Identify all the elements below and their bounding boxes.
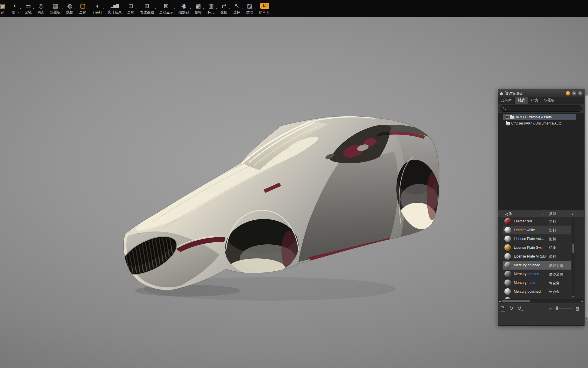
boundary-icon: ▢ (79, 1, 86, 10)
toolbar-item-region[interactable]: ▭▾区域 (22, 0, 35, 14)
material-sphere-icon (504, 218, 511, 224)
dropdown-arrow-icon[interactable]: ▾ (174, 7, 175, 10)
toolbar-item-wireframe[interactable]: ◍▾线框 (63, 0, 76, 14)
material-row-mercury-matte[interactable]: Mercury matte铬合金 (503, 278, 571, 287)
asset-manager-icon (500, 91, 503, 95)
pin-button[interactable] (566, 91, 570, 96)
scroll-left-icon[interactable]: ◀ (499, 300, 501, 303)
dropdown-arrow-icon[interactable]: ▾ (190, 7, 191, 10)
hscrollbar-thumb[interactable] (502, 300, 530, 302)
material-row-mercury-polished[interactable]: Mercury polished铬合金 (503, 287, 571, 296)
thumbnail-size-slider[interactable] (555, 308, 573, 309)
material-sphere-icon (504, 236, 511, 242)
toolbar-item-headlight[interactable]: ◖▾车头灯 (89, 0, 105, 14)
dropdown-arrow-icon[interactable]: ▾ (74, 7, 76, 10)
material-list-vscrollbar[interactable] (572, 217, 575, 294)
scroll-right-icon[interactable]: ▶ (582, 300, 583, 303)
refresh-icon[interactable]: ↻ (509, 306, 513, 311)
scroll-down-icon[interactable]: ▼ (571, 294, 575, 299)
sceneplate-icon: ▦ (52, 1, 59, 10)
toolbar-item-transform[interactable]: ⇄▾变换 (217, 0, 230, 14)
material-row-license-plate-vred[interactable]: License Plate VRED塑料 (503, 252, 571, 261)
slider-thumb[interactable] (556, 306, 558, 310)
asset-search-input[interactable] (508, 106, 580, 111)
dropdown-arrow-icon[interactable]: ▾ (33, 7, 34, 10)
material-row-leather-red[interactable]: Leather red塑料 (503, 217, 571, 226)
dropdown-arrow-icon[interactable]: ▾ (87, 7, 89, 10)
tree-item-user-documents[interactable]: C:/Users/AK47/Documents/Auto... (503, 120, 576, 126)
vscrollbar-thumb[interactable] (572, 243, 574, 253)
toolbar-item-texture[interactable]: ▨▾纹理 (243, 0, 256, 14)
dropdown-arrow-icon[interactable]: ▾ (229, 7, 230, 10)
tree-expander-icon[interactable] (506, 115, 509, 119)
material-sphere-icon (504, 227, 511, 233)
dropdown-arrow-icon[interactable]: ▾ (203, 7, 204, 10)
toolbar-item-select[interactable]: ↖▾选择 (230, 0, 243, 14)
material-sphere-icon (504, 288, 511, 295)
dropdown-arrow-icon[interactable]: ▾ (242, 7, 243, 10)
material-sphere-icon (504, 244, 511, 251)
dropdown-arrow-icon[interactable]: ▾ (216, 7, 217, 10)
toolbar-item-render-view[interactable]: ⊞▾表达视图 (137, 0, 157, 14)
toolbar-item-show-all[interactable]: ⊠▾全部显示 (157, 0, 176, 14)
statistics-icon: ▂▅▇ (111, 1, 119, 10)
zoom-out-icon: ◐ (11, 1, 19, 10)
texture-icon: ▨ (246, 1, 254, 10)
refresh-all-icon[interactable]: ↺ (517, 306, 521, 311)
sort-dropdown-icon[interactable]: ▾ (542, 213, 543, 215)
list-view-icon[interactable]: ≡ (549, 306, 552, 311)
ruler-icon: ▥ (207, 1, 215, 10)
folder-icon (506, 122, 510, 125)
column-type[interactable]: 类型 (549, 212, 556, 217)
material-list-header: 材质 ▾ 类型 ▲ (498, 210, 584, 217)
toolbar-item-sceneplate[interactable]: ▦▾场景板 (47, 0, 63, 14)
asset-manager-titlebar[interactable]: 资源管理器 → × (498, 89, 584, 97)
folder-icon (510, 116, 514, 119)
toolbar-item-statistics[interactable]: ▂▅▇统计信息 (105, 0, 124, 14)
material-row-mercury-brushed[interactable]: Mercury brushed磨砂金属 (503, 261, 571, 270)
tab-geometry[interactable]: 几何体 (498, 97, 515, 104)
toolbar-item-isolate[interactable]: ◎隔离 (35, 0, 47, 14)
tab-sceneplates[interactable]: 场景板 (541, 97, 558, 104)
toolbar-item-zoom-out[interactable]: ◐▾缩小 (9, 0, 22, 14)
material-row-license-plate-aut[interactable]: License Plate Aut...塑料 (503, 234, 571, 243)
fullscreen-icon: ⊡ (127, 1, 135, 10)
track-icon: ▣ (0, 1, 6, 10)
toolbar-item-zoom-to[interactable]: ◉▾缩放到 (176, 0, 192, 14)
material-sphere-icon (504, 253, 511, 260)
render-view-icon: ⊞ (143, 1, 151, 10)
dropdown-arrow-icon[interactable]: ▾ (155, 7, 156, 10)
toolbar-item-boundary[interactable]: ▢▾边界 (76, 0, 89, 14)
panel-title: 资源管理器 (505, 91, 564, 96)
new-material-icon[interactable] (501, 306, 505, 311)
material-row-license-plate-swi[interactable]: License Plate Swi...切换 (503, 243, 571, 252)
tab-environment[interactable]: 环境 (528, 97, 541, 104)
dropdown-arrow-icon[interactable]: ▾ (62, 7, 63, 10)
toolbar-item-grid[interactable]: ▩▾栅格 (192, 0, 205, 14)
dropdown-arrow-icon[interactable]: ▾ (254, 7, 256, 10)
grid-icon: ▩ (194, 1, 202, 10)
toolbar-item-simple-ui[interactable]: UI简单 UI (256, 0, 273, 14)
search-icon (503, 107, 507, 110)
tab-materials[interactable]: 材质 (515, 97, 528, 104)
asset-manager-toolbar: ↻ ↺ ≡ ▦ (498, 303, 584, 326)
toolbar-item-fullscreen[interactable]: ⊡▾全屏 (124, 0, 137, 14)
tree-item-vred-example-assets[interactable]: VRED Example Assets (503, 114, 576, 120)
grid-view-icon[interactable]: ▦ (576, 306, 579, 311)
material-row-mercury-hammered[interactable]: Mercury hamme...磨砂金属 (503, 270, 571, 278)
column-divider[interactable] (547, 211, 547, 217)
wireframe-icon: ◍ (66, 1, 74, 10)
dropdown-arrow-icon[interactable]: ▾ (20, 7, 21, 10)
edge-scroll-down-icon[interactable]: ▼ (585, 317, 588, 321)
dropdown-arrow-icon[interactable]: ▾ (103, 7, 104, 10)
column-material[interactable]: 材质 (505, 212, 512, 217)
close-button[interactable]: × (578, 91, 582, 96)
scroll-up-icon[interactable]: ▲ (572, 213, 574, 215)
toolbar-item-ruler[interactable]: ▥▾标尺 (205, 0, 217, 14)
right-edge-scrollbar[interactable]: ▼ (584, 96, 588, 321)
material-row-leather-white[interactable]: Leather white塑料 (503, 226, 571, 234)
dropdown-arrow-icon[interactable]: ▾ (135, 7, 137, 10)
undock-button[interactable]: → (572, 91, 576, 96)
toolbar-item-track[interactable]: ▣踪 (0, 0, 9, 14)
material-row-partial[interactable] (503, 296, 571, 299)
